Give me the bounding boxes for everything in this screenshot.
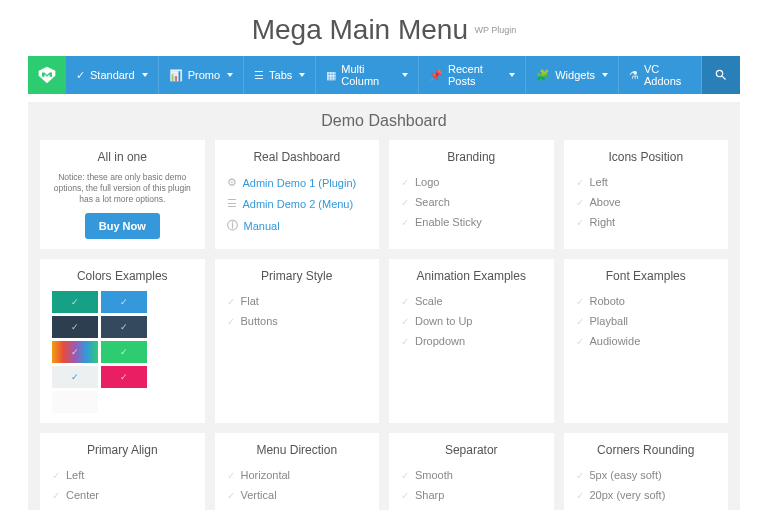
option-center[interactable]: ✓Center [52,485,193,505]
check-icon: ✓ [120,297,128,307]
option-flat[interactable]: ✓Flat [227,291,368,311]
card-branding: Branding ✓Logo ✓Search ✓Enable Sticky [389,140,554,249]
option-above[interactable]: ✓Above [576,192,717,212]
check-icon: ✓ [401,490,409,501]
buy-now-button[interactable]: Buy Now [85,213,160,239]
caret-down-icon [142,73,148,77]
check-icon: ✓ [76,69,85,82]
card-title: Icons Position [576,150,717,164]
option-audiowide[interactable]: ✓Audiowide [576,331,717,351]
card-title: Real Dashboard [227,150,368,164]
list-label: Left [590,176,608,188]
page-title: Mega Main Menu [252,14,468,45]
card-title: Animation Examples [401,269,542,283]
swatch-dark[interactable]: ✓ [52,316,98,338]
card-title: Corners Rounding [576,443,717,457]
link-admin-demo-1[interactable]: ⚙Admin Demo 1 (Plugin) [227,172,368,193]
check-icon: ✓ [120,347,128,357]
list-label: Center [66,489,99,501]
swatch-pink[interactable]: ✓ [101,366,147,388]
nav-widgets[interactable]: 🧩Widgets [526,56,619,94]
list-label: Above [590,196,621,208]
swatch-gradient[interactable]: ✓ [52,341,98,363]
option-left[interactable]: ✓Left [52,465,193,485]
swatch-blue[interactable]: ✓ [101,291,147,313]
nav-vcaddons[interactable]: ⚗VC Addons [619,56,702,94]
list-label: Roboto [590,295,625,307]
nav-standard[interactable]: ✓Standard [66,56,159,94]
check-icon: ✓ [401,217,409,228]
option-sharp[interactable]: ✓Sharp [401,485,542,505]
swatch-grey[interactable]: ✓ [52,366,98,388]
option-20px[interactable]: ✓20px (very soft) [576,485,717,505]
card-allinone: All in one Notice: these are only basic … [40,140,205,249]
check-icon: ✓ [227,490,235,501]
puzzle-icon: 🧩 [536,69,550,82]
option-horizontal[interactable]: ✓Horizontal [227,465,368,485]
option-playball[interactable]: ✓Playball [576,311,717,331]
check-icon: ✓ [52,490,60,501]
option-none[interactable]: ✓None [401,505,542,510]
link-admin-demo-2[interactable]: ☰Admin Demo 2 (Menu) [227,193,368,214]
pin-icon: 📌 [429,69,443,82]
link-manual[interactable]: ⓘManual [227,214,368,237]
option-right[interactable]: ✓Right [52,505,193,510]
option-vertical[interactable]: ✓Vertical [227,485,368,505]
check-icon: ✓ [227,296,235,307]
option-right[interactable]: ✓Right [576,212,717,232]
option-search[interactable]: ✓Search [401,192,542,212]
flask-icon: ⚗ [629,69,639,82]
option-0px[interactable]: ✓0px (sharp) [576,505,717,510]
swatch-navy[interactable]: ✓ [101,316,147,338]
nav-label: Recent Posts [448,63,502,87]
list-label: Down to Up [415,315,472,327]
caret-down-icon [299,73,305,77]
logo[interactable] [28,56,66,94]
swatch-teal[interactable]: ✓ [52,291,98,313]
option-scale[interactable]: ✓Scale [401,291,542,311]
option-left[interactable]: ✓Left [576,172,717,192]
card-title: Font Examples [576,269,717,283]
nav-label: Tabs [269,69,292,81]
check-icon: ✓ [401,197,409,208]
check-icon: ✓ [401,336,409,347]
card-primary-align: Primary Align ✓Left ✓Center ✓Right [40,433,205,510]
check-icon: ✓ [120,372,128,382]
option-roboto[interactable]: ✓Roboto [576,291,717,311]
swatch-empty[interactable] [52,391,98,413]
check-icon: ✓ [120,322,128,332]
nav-multicolumn[interactable]: ▦Multi Column [316,56,419,94]
check-icon: ✓ [576,490,584,501]
card-primary-style: Primary Style ✓Flat ✓Buttons [215,259,380,423]
check-icon: ✓ [576,197,584,208]
nav-tabs[interactable]: ☰Tabs [244,56,316,94]
check-icon: ✓ [576,316,584,327]
list-label: Manual [244,220,280,232]
card-separator: Separator ✓Smooth ✓Sharp ✓None [389,433,554,510]
list-label: Horizontal [241,469,291,481]
option-buttons[interactable]: ✓Buttons [227,311,368,331]
nav-recentposts[interactable]: 📌Recent Posts [419,56,526,94]
option-dropdown[interactable]: ✓Dropdown [401,331,542,351]
option-down-to-up[interactable]: ✓Down to Up [401,311,542,331]
card-title: Branding [401,150,542,164]
check-icon: ✓ [52,470,60,481]
list-label: Flat [241,295,259,307]
option-smooth[interactable]: ✓Smooth [401,465,542,485]
option-logo[interactable]: ✓Logo [401,172,542,192]
swatch-green[interactable]: ✓ [101,341,147,363]
list-label: Enable Sticky [415,216,482,228]
card-title: Primary Style [227,269,368,283]
card-title: Separator [401,443,542,457]
nav-label: Standard [90,69,135,81]
info-icon: ⓘ [227,218,238,233]
check-icon: ✓ [576,177,584,188]
list-label: Dropdown [415,335,465,347]
option-enable-sticky[interactable]: ✓Enable Sticky [401,212,542,232]
nav-promo[interactable]: 📊Promo [159,56,244,94]
color-swatches: ✓ ✓ ✓ ✓ ✓ ✓ ✓ ✓ [52,291,193,413]
check-icon: ✓ [401,316,409,327]
option-5px[interactable]: ✓5px (easy soft) [576,465,717,485]
card-notice: Notice: these are only basic demo option… [52,172,193,205]
search-button[interactable] [702,56,740,94]
